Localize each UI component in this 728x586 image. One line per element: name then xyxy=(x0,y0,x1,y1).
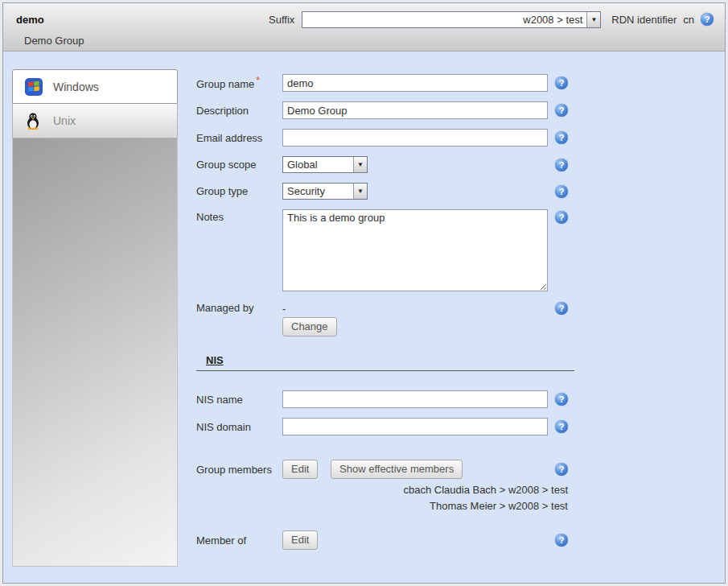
group-members-list: cbach Claudia Bach > w2008 > test Thomas… xyxy=(196,482,568,514)
chevron-down-icon: ▼ xyxy=(357,188,364,195)
chevron-down-icon: ▼ xyxy=(357,161,364,168)
group-scope-value: Global xyxy=(283,157,353,172)
suffix-select[interactable]: w2008 > test ▼ xyxy=(302,11,601,28)
group-name-help-icon[interactable]: ? xyxy=(555,76,568,89)
change-button[interactable]: Change xyxy=(282,317,337,336)
group-members-row: Group members Edit Show effective member… xyxy=(196,460,574,479)
member-of-help-icon[interactable]: ? xyxy=(555,534,568,547)
managed-by-label: Managed by xyxy=(196,302,282,314)
windows-logo-icon xyxy=(25,78,43,96)
nis-domain-row: NIS domain ? xyxy=(196,418,574,435)
group-scope-help-icon[interactable]: ? xyxy=(555,159,568,171)
group-member-item: Thomas Meier > w2008 > test xyxy=(196,498,568,514)
notes-textarea[interactable]: This is a demo group xyxy=(282,209,548,291)
page-subtitle: Demo Group xyxy=(3,31,725,47)
rdn-identifier-value: cn xyxy=(683,14,694,26)
sidebar-panel xyxy=(12,138,178,567)
nis-name-help-icon[interactable]: ? xyxy=(555,393,568,406)
group-type-label: Group type xyxy=(196,185,282,197)
nis-domain-input[interactable] xyxy=(282,418,548,435)
required-asterisk: * xyxy=(256,75,260,86)
description-row: Description ? xyxy=(196,101,574,119)
group-type-dropdown-button[interactable]: ▼ xyxy=(353,184,367,199)
nis-domain-help-icon[interactable]: ? xyxy=(555,420,568,433)
rdn-help-icon[interactable]: ? xyxy=(701,13,714,26)
tux-penguin-icon xyxy=(25,112,43,130)
group-type-select[interactable]: Security ▼ xyxy=(282,183,368,200)
description-label: Description xyxy=(196,105,282,117)
group-scope-row: Group scope Global ▼ ? xyxy=(196,156,574,173)
group-scope-dropdown-button[interactable]: ▼ xyxy=(353,157,367,172)
nis-section-title: NIS xyxy=(206,354,224,366)
group-type-row: Group type Security ▼ ? xyxy=(196,183,574,200)
rdn-identifier-label: RDN identifier xyxy=(611,14,677,26)
nis-domain-label: NIS domain xyxy=(196,421,282,433)
group-members-help-icon[interactable]: ? xyxy=(555,463,568,476)
nis-section-header: NIS xyxy=(196,354,574,371)
suffix-label: Suffix xyxy=(269,14,294,26)
notes-row: Notes This is a demo group ? xyxy=(196,209,574,291)
main-form: Group name* ? Description ? Email addres… xyxy=(180,74,725,583)
member-of-edit-button[interactable]: Edit xyxy=(282,530,318,550)
group-name-input[interactable] xyxy=(282,74,548,92)
group-type-help-icon[interactable]: ? xyxy=(555,185,568,198)
email-row: Email address ? xyxy=(196,129,574,146)
member-of-row: Member of Edit ? xyxy=(196,530,574,550)
notes-help-icon[interactable]: ? xyxy=(555,211,568,224)
nis-name-row: NIS name ? xyxy=(196,390,574,408)
group-type-value: Security xyxy=(283,184,353,199)
suffix-select-value: w2008 > test xyxy=(302,12,586,27)
show-effective-members-button[interactable]: Show effective members xyxy=(331,460,463,479)
sidebar: Windows Unix xyxy=(12,69,178,567)
page-title: demo xyxy=(16,14,44,26)
tab-windows-label: Windows xyxy=(53,80,99,93)
group-member-item: cbach Claudia Bach > w2008 > test xyxy=(196,482,568,498)
description-help-icon[interactable]: ? xyxy=(555,104,568,117)
group-members-edit-button[interactable]: Edit xyxy=(282,460,318,479)
nis-name-input[interactable] xyxy=(282,390,548,408)
managed-by-value: - xyxy=(282,301,548,315)
group-name-row: Group name* ? xyxy=(196,74,574,92)
group-members-label: Group members xyxy=(196,464,282,476)
email-help-icon[interactable]: ? xyxy=(555,131,568,144)
group-scope-select[interactable]: Global ▼ xyxy=(282,156,368,173)
suffix-dropdown-button[interactable]: ▼ xyxy=(586,12,600,27)
window: demo Suffix w2008 > test ▼ RDN identifie… xyxy=(2,2,726,584)
group-name-label: Group name* xyxy=(196,75,282,90)
managed-by-row: Managed by - ? xyxy=(196,301,574,315)
group-scope-label: Group scope xyxy=(196,159,282,171)
tab-windows[interactable]: Windows xyxy=(12,69,178,104)
tab-unix[interactable]: Unix xyxy=(12,104,178,138)
tab-unix-label: Unix xyxy=(53,114,76,127)
chevron-down-icon: ▼ xyxy=(590,16,597,23)
nis-name-label: NIS name xyxy=(196,394,282,406)
notes-label: Notes xyxy=(196,209,282,223)
email-input[interactable] xyxy=(282,129,548,146)
header: demo Suffix w2008 > test ▼ RDN identifie… xyxy=(3,3,725,52)
email-label: Email address xyxy=(196,132,282,144)
member-of-label: Member of xyxy=(196,534,282,547)
managed-by-help-icon[interactable]: ? xyxy=(555,302,568,315)
description-input[interactable] xyxy=(282,101,548,119)
